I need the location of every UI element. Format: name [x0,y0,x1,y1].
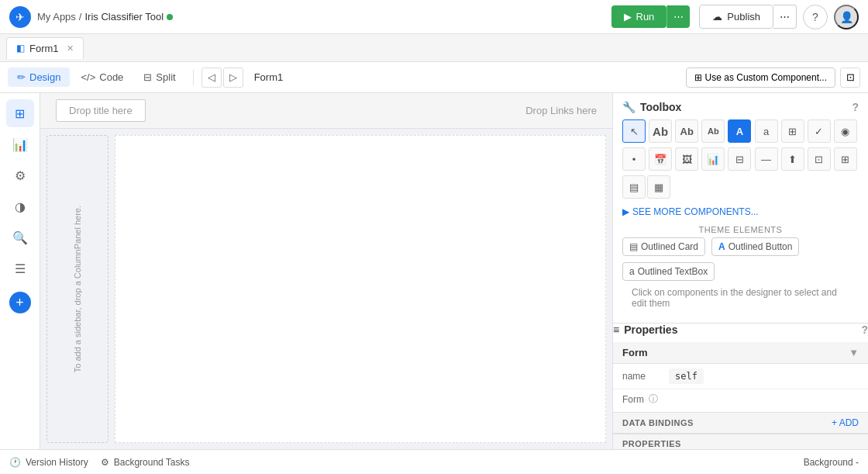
prop-name-row: name self [613,364,868,389]
custom-component-label: Use as Custom Component... [705,72,827,83]
tool-chart[interactable]: 📊 [701,147,725,171]
help-button[interactable]: ? [803,5,828,29]
textarea-icon: ⊡ [815,154,823,165]
tool-panel3[interactable]: ▦ [647,175,670,199]
drop-title[interactable]: Drop title here [56,99,146,122]
upload-icon: ⬆ [788,154,797,165]
tool-columns[interactable]: ⊞ [834,147,857,171]
tool-link[interactable]: ⊞ [781,119,804,143]
run-button[interactable]: ▶ Run [611,5,667,28]
toolbox-grid: ↖ Ab Ab Ab A a ⊞ ✓ ◉ [622,119,859,143]
tool-text-h3[interactable]: Ab [701,119,725,143]
canvas-body[interactable] [115,135,606,443]
design-label: Design [29,71,60,83]
see-more-button[interactable]: ▶ SEE MORE COMPONENTS... [622,203,859,220]
properties-label: Properties [624,323,677,336]
panel2-icon: ▤ [629,182,639,193]
sidebar-icon-theme[interactable]: ◑ [6,192,34,220]
background-tasks-icon: ⚙ [101,457,109,468]
publish-more-button[interactable]: ⋯ [773,5,797,29]
bullet-icon: • [632,154,636,165]
run-more-button[interactable]: ⋯ [666,5,690,28]
sidebar-icon-components[interactable]: ⊞ [6,99,34,127]
outlined-textbox-label: Outlined TextBox [638,266,708,277]
add-binding-button[interactable]: + ADD [832,417,859,428]
tool-text-h1[interactable]: Ab [649,119,672,143]
tab-design[interactable]: ✏ Design [8,67,70,87]
outlined-button-label: Outlined Button [728,241,793,252]
undo-button[interactable]: ◁ [202,67,222,88]
sidebar-icon-settings[interactable]: ⚙ [6,161,34,189]
collapse-icon[interactable]: ▼ [849,347,859,358]
tool-hr[interactable]: — [755,147,778,171]
prop-form-sub: Form ⓘ [613,389,868,412]
h2-icon: Ab [680,126,694,137]
tool-image[interactable]: 🖼 [675,147,698,171]
toolbox-help-icon[interactable]: ? [852,101,859,113]
form-info-icon[interactable]: ⓘ [649,393,658,406]
theme-outlined-button[interactable]: A Outlined Button [711,237,799,256]
theme-outlined-card[interactable]: ▤ Outlined Card [622,237,705,256]
tool-bullet[interactable]: • [622,147,646,171]
theme-outlined-textbox[interactable]: a Outlined TextBox [622,262,715,281]
h3-icon: Ab [708,126,719,136]
toolbox-section: 🔧 Toolbox ? ↖ Ab Ab Ab A a ⊞ ✓ ◉ • 📅 [613,93,868,323]
tool-button-outline[interactable]: a [755,119,778,143]
tool-cursor[interactable]: ↖ [622,119,646,143]
toolbar-tabs: ✏ Design </> Code ⊟ Split [8,67,185,87]
tab-code[interactable]: </> Code [71,67,133,87]
sidebar-icon-search[interactable]: 🔍 [6,223,34,251]
tool-panel2[interactable]: ▤ [622,175,646,199]
topbar: ✈ My Apps / Iris Classifier Tool ▶ Run ⋯… [0,0,868,34]
properties-title-left: ≡ Properties [613,323,677,336]
form-section-header: Form ▼ [613,342,868,364]
canvas-sidebar-drop[interactable]: To add a sidebar, drop a ColumnPanel her… [46,135,108,443]
publish-label: Publish [727,11,760,22]
tab-form1-close[interactable]: ✕ [67,43,74,54]
tool-text-h2[interactable]: Ab [675,119,698,143]
calendar-icon: 📅 [654,154,666,165]
tool-button-filled[interactable]: A [728,119,751,143]
topbar-right: ▶ Run ⋯ ☁ Publish ⋯ ? 👤 [611,5,859,29]
tab-form1-label: Form1 [29,43,59,54]
chevron-right-icon: ▶ [622,206,629,217]
avatar-button[interactable]: 👤 [834,5,859,29]
toolbox-grid-2: • 📅 🖼 📊 ⊟ — ⬆ ⊡ ⊞ [622,147,859,171]
data-bindings-header: DATA BINDINGS + ADD [613,412,868,434]
redo-button[interactable]: ▷ [223,67,243,88]
background-tasks-item[interactable]: ⚙ Background Tasks [101,457,190,468]
add-button[interactable]: + [9,292,31,313]
tool-radio[interactable]: ◉ [834,119,857,143]
h1-icon: Ab [653,125,668,138]
background-label: Background - [804,457,859,468]
toolbar-nav: ◁ ▷ [202,67,243,88]
table-icon: ⊟ [735,154,744,165]
layout-button[interactable]: ⊡ [840,67,860,88]
tool-checkbox[interactable]: ✓ [808,119,831,143]
theme-elements-label: THEME ELEMENTS [622,225,859,234]
bottom-bar: 🕐 Version History ⚙ Background Tasks Bac… [0,449,868,474]
run-label: Run [636,11,655,22]
right-panel: 🔧 Toolbox ? ↖ Ab Ab Ab A a ⊞ ✓ ◉ • 📅 [612,93,868,449]
tab-split[interactable]: ⊟ Split [134,67,184,87]
toolbar-right: ⊞ Use as Custom Component... ⊡ [686,67,860,88]
properties-help-icon[interactable]: ? [861,323,868,336]
tool-textarea[interactable]: ⊡ [808,147,831,171]
toolbar: ✏ Design </> Code ⊟ Split ◁ ▷ Form1 ⊞ Us… [0,62,868,93]
tool-upload[interactable]: ⬆ [781,147,804,171]
tab-form1[interactable]: ◧ Form1 ✕ [6,37,84,59]
tool-calendar[interactable]: 📅 [649,147,672,171]
tool-table[interactable]: ⊟ [728,147,751,171]
breadcrumb-apps[interactable]: My Apps [37,11,76,22]
split-label: Split [156,71,175,83]
outlined-textbox-icon: a [629,266,635,277]
properties-sub-header: PROPERTIES [613,434,868,449]
sidebar-icon-list[interactable]: ☰ [6,254,34,282]
toolbox-label: Toolbox [640,101,681,113]
radio-icon: ◉ [841,126,849,137]
sidebar-icon-data[interactable]: 📊 [6,130,34,158]
publish-button[interactable]: ☁ Publish [699,5,773,29]
drop-links[interactable]: Drop Links here [525,105,597,116]
version-history-item[interactable]: 🕐 Version History [9,457,88,468]
custom-component-button[interactable]: ⊞ Use as Custom Component... [686,67,835,88]
